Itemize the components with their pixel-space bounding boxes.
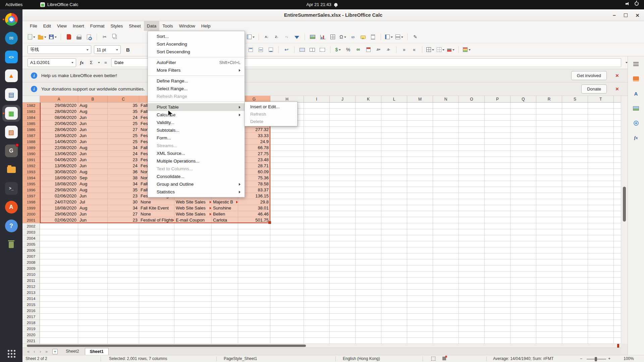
save-button[interactable]	[49, 33, 57, 41]
get-involved-button[interactable]: Get involved	[571, 71, 607, 80]
cell[interactable]	[511, 217, 536, 223]
cell[interactable]	[407, 151, 433, 157]
cell[interactable]	[108, 320, 139, 326]
cell[interactable]	[614, 139, 621, 145]
cell[interactable]	[356, 241, 381, 247]
cell[interactable]	[536, 181, 562, 187]
sheet-tab-sheet2[interactable]: Sheet2	[61, 348, 84, 355]
cell[interactable]	[511, 253, 536, 259]
cell[interactable]	[330, 199, 356, 205]
cell[interactable]	[108, 235, 139, 241]
cell[interactable]	[139, 247, 174, 253]
cell[interactable]	[139, 253, 174, 259]
cell[interactable]	[381, 338, 407, 344]
cell[interactable]	[304, 265, 330, 272]
cell[interactable]	[108, 278, 139, 284]
cell[interactable]	[433, 296, 459, 302]
row-header[interactable]: 2006	[22, 247, 40, 253]
cell[interactable]	[562, 265, 588, 272]
cell[interactable]	[330, 133, 356, 139]
cell[interactable]	[459, 205, 485, 211]
row-header[interactable]: 1997	[22, 193, 40, 199]
cell[interactable]	[562, 308, 588, 314]
sum-dropdown[interactable]	[98, 62, 100, 64]
cell[interactable]: 25	[108, 139, 139, 145]
cell[interactable]	[485, 272, 511, 278]
cell[interactable]	[381, 115, 407, 121]
cell[interactable]	[536, 175, 562, 181]
row-header[interactable]: 2018	[22, 320, 40, 326]
cell[interactable]	[304, 332, 330, 338]
cell[interactable]	[511, 157, 536, 163]
cell[interactable]	[381, 181, 407, 187]
cell[interactable]	[588, 175, 614, 181]
cell[interactable]	[356, 115, 381, 121]
cell[interactable]	[562, 187, 588, 193]
menu-item-group-and-outline[interactable]: Group and Outline	[148, 180, 245, 188]
cell[interactable]	[407, 296, 433, 302]
cell[interactable]	[536, 199, 562, 205]
cell[interactable]	[330, 103, 356, 109]
column-header[interactable]: K	[356, 96, 381, 103]
cell[interactable]	[485, 145, 511, 151]
row-header[interactable]: 1982	[22, 103, 40, 109]
vertical-scrollbar-thumb[interactable]	[623, 187, 626, 222]
cell[interactable]: 27	[108, 127, 139, 133]
cell[interactable]: 14/06/2020	[40, 139, 78, 145]
cell[interactable]	[407, 217, 433, 223]
cell[interactable]	[40, 229, 78, 235]
cell[interactable]	[304, 139, 330, 145]
cell[interactable]	[485, 290, 511, 296]
menu-item-multiple-operations[interactable]: Multiple Operations...	[148, 157, 245, 165]
insert-hyperlink-button[interactable]: ∞	[349, 33, 357, 41]
cell[interactable]	[270, 235, 304, 241]
cell[interactable]	[174, 241, 212, 247]
cell[interactable]	[139, 338, 174, 344]
cell[interactable]	[562, 181, 588, 187]
cell[interactable]	[614, 115, 621, 121]
cell[interactable]	[407, 193, 433, 199]
cell[interactable]	[459, 308, 485, 314]
cell[interactable]	[212, 229, 238, 235]
cell[interactable]: 35	[108, 103, 139, 109]
cell[interactable]	[270, 223, 304, 229]
styles-button[interactable]: A	[631, 89, 641, 98]
cell[interactable]	[614, 169, 621, 175]
cell[interactable]	[40, 247, 78, 253]
cell[interactable]	[511, 169, 536, 175]
cell[interactable]	[174, 320, 212, 326]
cell[interactable]	[270, 338, 304, 344]
cell[interactable]	[78, 235, 108, 241]
properties-button[interactable]	[631, 74, 641, 83]
cell[interactable]: 18/08/2020	[40, 205, 78, 211]
cell[interactable]	[485, 193, 511, 199]
cell[interactable]	[78, 259, 108, 265]
cell[interactable]	[433, 121, 459, 127]
cell[interactable]	[212, 284, 238, 290]
cell[interactable]	[330, 151, 356, 157]
cell[interactable]	[330, 314, 356, 320]
cell[interactable]	[381, 223, 407, 229]
cell[interactable]	[511, 127, 536, 133]
merge-cells-button[interactable]	[308, 45, 316, 54]
cell[interactable]	[459, 241, 485, 247]
cell[interactable]	[139, 241, 174, 247]
cell[interactable]	[536, 187, 562, 193]
cell[interactable]	[485, 211, 511, 217]
cell[interactable]	[381, 193, 407, 199]
cell[interactable]	[356, 296, 381, 302]
cell[interactable]	[485, 181, 511, 187]
font-size-dropdown[interactable]	[116, 49, 118, 52]
cell[interactable]: Aug	[78, 109, 108, 115]
cell[interactable]	[588, 241, 614, 247]
navigator-button[interactable]	[631, 119, 641, 127]
cell[interactable]	[78, 241, 108, 247]
cell[interactable]: Sunshine	[212, 205, 238, 211]
cell[interactable]	[588, 133, 614, 139]
cell[interactable]	[356, 193, 381, 199]
cell[interactable]	[139, 290, 174, 296]
cell[interactable]	[174, 253, 212, 259]
cell[interactable]	[381, 151, 407, 157]
cell[interactable]	[212, 308, 238, 314]
cell[interactable]	[562, 163, 588, 169]
